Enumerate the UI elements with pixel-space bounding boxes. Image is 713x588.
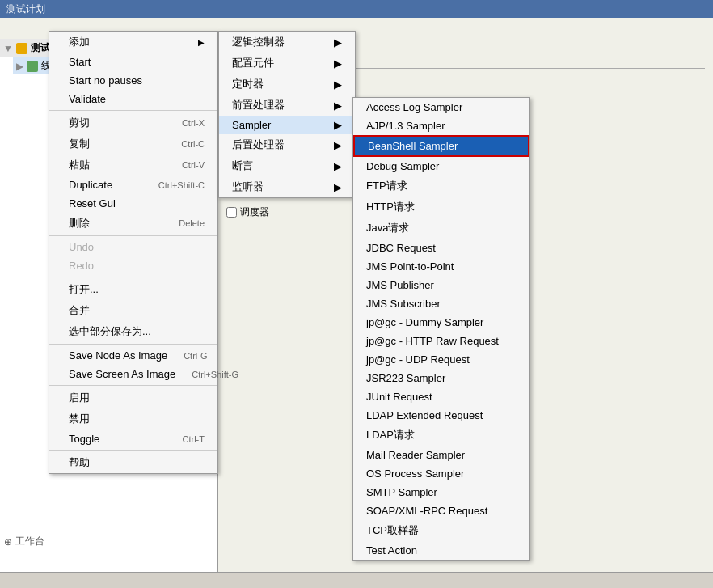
status-bar: [0, 572, 713, 588]
menu-cut[interactable]: 剪切 Ctrl-X: [49, 112, 217, 133]
menu-logic-controller[interactable]: 逻辑控制器 ▶: [219, 32, 355, 53]
menu-sampler-arrow: ▶: [334, 119, 342, 131]
menu-soap-xml-rpc[interactable]: SOAP/XML-RPC Request: [353, 501, 529, 520]
smtp-label: SMTP Sampler: [366, 486, 437, 498]
menu-sampler[interactable]: Sampler ▶: [219, 116, 355, 134]
menu-duplicate[interactable]: Duplicate Ctrl+Shift-C: [49, 176, 217, 194]
menu-tcp-sampler[interactable]: TCP取样器: [353, 520, 529, 541]
menu-logic-label: 逻辑控制器: [232, 35, 285, 49]
menu-save-screen-shortcut: Ctrl+Shift-G: [192, 370, 238, 379]
menu-jpgc-udp[interactable]: jp@gc - UDP Request: [353, 350, 529, 369]
ldap-ext-label: LDAP Extended Request: [366, 409, 483, 421]
menu-assertion-label: 断言: [232, 159, 253, 173]
menu-jdbc-request[interactable]: JDBC Request: [353, 239, 529, 257]
title-bar-text: 测试计划: [6, 2, 45, 16]
menu-junit-request[interactable]: JUnit Request: [353, 387, 529, 406]
menu-save-node-shortcut: Ctrl-G: [184, 351, 207, 361]
menu-paste[interactable]: 粘贴 Ctrl-V: [49, 154, 217, 176]
menu-ldap-request[interactable]: LDAP请求: [353, 425, 529, 446]
menu-copy[interactable]: 复制 Ctrl-C: [49, 133, 217, 154]
menu-access-log-sampler[interactable]: Access Log Sampler: [353, 98, 529, 116]
menu-toggle-label: Toggle: [69, 433, 99, 445]
menu-enable[interactable]: 启用: [49, 387, 217, 408]
menu-disable-label: 禁用: [69, 412, 90, 426]
menu-config-arrow: ▶: [334, 57, 342, 70]
menu-save-selection[interactable]: 选中部分保存为...: [49, 321, 217, 342]
separator4: [49, 344, 217, 345]
menu-add-arrow: ▶: [198, 38, 205, 47]
menu-start-no-pauses[interactable]: Start no pauses: [49, 71, 217, 90]
menu-assertion[interactable]: 断言 ▶: [219, 155, 355, 176]
menu-timer-label: 定时器: [232, 77, 264, 91]
menu-reset-gui[interactable]: Reset Gui: [49, 194, 217, 213]
menu-pre-processor-arrow: ▶: [334, 99, 342, 112]
menu-pre-processor[interactable]: 前置处理器 ▶: [219, 95, 355, 116]
menu-java-request[interactable]: Java请求: [353, 218, 529, 239]
menu-start-no-pauses-label: Start no pauses: [69, 74, 142, 87]
menu-duplicate-shortcut: Ctrl+Shift-C: [158, 180, 205, 190]
menu-redo[interactable]: Redo: [49, 256, 217, 275]
menu-redo-label: Redo: [69, 260, 94, 272]
menu-open[interactable]: 打开...: [49, 279, 217, 300]
menu-os-process[interactable]: OS Process Sampler: [353, 464, 529, 483]
jpgc-http-raw-label: jp@gc - HTTP Raw Request: [366, 335, 499, 347]
menu-help[interactable]: 帮助: [49, 452, 217, 473]
menu-start[interactable]: Start: [49, 53, 217, 71]
menu-disable[interactable]: 禁用: [49, 408, 217, 429]
java-label: Java请求: [366, 222, 409, 234]
menu-jms-p2p[interactable]: JMS Point-to-Point: [353, 257, 529, 276]
menu-cut-shortcut: Ctrl-X: [182, 118, 205, 128]
menu-save-screen[interactable]: Save Screen As Image Ctrl+Shift-G: [49, 365, 217, 383]
scheduler-checkbox[interactable]: [226, 207, 237, 218]
menu-timer[interactable]: 定时器 ▶: [219, 74, 355, 95]
jpgc-dummy-label: jp@gc - Dummy Sampler: [366, 316, 483, 328]
menu-ldap-extended[interactable]: LDAP Extended Request: [353, 406, 529, 425]
test-action-label: Test Action: [366, 544, 417, 556]
scheduler-label: 调度器: [240, 205, 269, 219]
menu-jpgc-http-raw[interactable]: jp@gc - HTTP Raw Request: [353, 332, 529, 350]
menu-validate[interactable]: Validate: [49, 90, 217, 108]
menu-smtp-sampler[interactable]: SMTP Sampler: [353, 483, 529, 501]
menu-jsr223[interactable]: JSR223 Sampler: [353, 369, 529, 387]
jdbc-label: JDBC Request: [366, 242, 436, 254]
menu-config-element[interactable]: 配置元件 ▶: [219, 53, 355, 74]
menu-delete[interactable]: 删除 Delete: [49, 213, 217, 234]
menu-jms-subscriber[interactable]: JMS Subscriber: [353, 294, 529, 313]
separator5: [49, 385, 217, 386]
ajp-label: AJP/1.3 Sampler: [366, 120, 445, 132]
menu-toggle[interactable]: Toggle Ctrl-T: [49, 429, 217, 448]
jpgc-udp-label: jp@gc - UDP Request: [366, 353, 470, 366]
menu-paste-label: 粘贴: [69, 158, 90, 172]
menu-listener-arrow: ▶: [334, 181, 342, 193]
menu-undo-label: Undo: [69, 241, 94, 253]
jms-sub-label: JMS Subscriber: [366, 298, 441, 310]
jms-pub-label: JMS Publisher: [366, 279, 434, 291]
menu-ftp-request[interactable]: FTP请求: [353, 176, 529, 197]
menu-merge[interactable]: 合并: [49, 300, 217, 321]
menu-jpgc-dummy[interactable]: jp@gc - Dummy Sampler: [353, 313, 529, 332]
menu-toggle-shortcut: Ctrl-T: [183, 434, 205, 444]
menu-help-label: 帮助: [69, 455, 90, 470]
menu-save-node[interactable]: Save Node As Image Ctrl-G: [49, 346, 217, 365]
menu-assertion-arrow: ▶: [334, 160, 342, 172]
menu-open-label: 打开...: [69, 282, 99, 297]
menu-undo[interactable]: Undo: [49, 238, 217, 256]
separator2: [49, 235, 217, 236]
menu-mail-reader[interactable]: Mail Reader Sampler: [353, 446, 529, 464]
menu-save-screen-label: Save Screen As Image: [69, 368, 175, 380]
debug-label: Debug Sampler: [366, 160, 439, 172]
menu-debug-sampler[interactable]: Debug Sampler: [353, 157, 529, 176]
context-menu-level1: 添加 ▶ Start Start no pauses Validate 剪切 C…: [49, 31, 218, 474]
workbench-label: 工作台: [15, 535, 44, 548]
menu-jms-publisher[interactable]: JMS Publisher: [353, 276, 529, 294]
menu-test-action[interactable]: Test Action: [353, 541, 529, 560]
menu-post-processor[interactable]: 后置处理器 ▶: [219, 134, 355, 155]
menu-ajp-sampler[interactable]: AJP/1.3 Sampler: [353, 116, 529, 135]
menu-enable-label: 启用: [69, 391, 90, 405]
soap-label: SOAP/XML-RPC Request: [366, 505, 487, 517]
menu-add[interactable]: 添加 ▶: [49, 32, 217, 53]
menu-listener[interactable]: 监听器 ▶: [219, 176, 355, 197]
menu-beanshell-sampler[interactable]: BeanShell Sampler: [353, 135, 529, 157]
http-label: HTTP请求: [366, 201, 415, 213]
menu-http-request[interactable]: HTTP请求: [353, 197, 529, 218]
